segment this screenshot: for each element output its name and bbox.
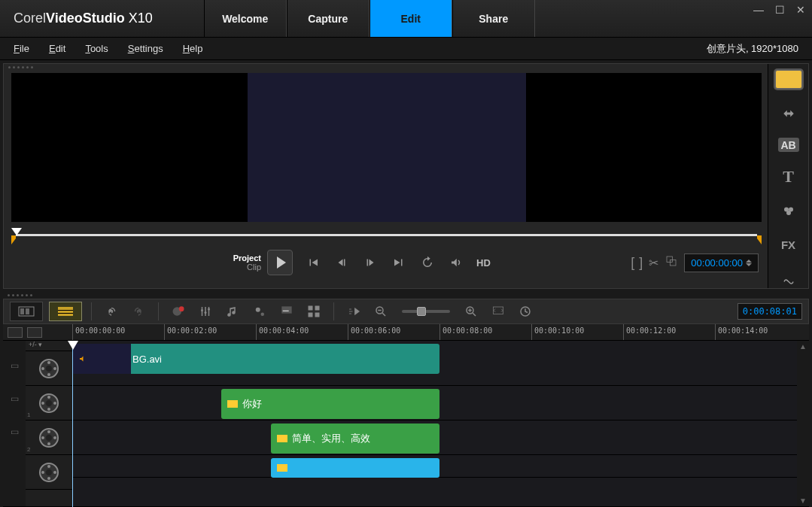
zoom-out-button[interactable] [370, 302, 391, 321]
track-lane-video[interactable]: BG.avi [72, 341, 797, 386]
record-button[interactable] [168, 302, 189, 321]
tab-welcome[interactable]: Welcome [204, 0, 287, 37]
speaker-icon [78, 354, 87, 363]
titlebar: CorelVideoStudio X10 Welcome Capture Edi… [0, 0, 812, 38]
menu-tools[interactable]: Tools [85, 43, 108, 54]
preview-monitor[interactable] [11, 73, 762, 222]
go-start-button[interactable] [305, 254, 321, 271]
track-visibility-column: ▭ ▭ ▭ [3, 341, 26, 506]
library-title-ab-icon[interactable]: AB [778, 138, 799, 151]
preview-transport: Project Clip HD [ ] ✂ 00:00:00:00 [11, 246, 762, 279]
track-head-overlay-2[interactable]: 2 [26, 420, 72, 455]
subtitle-button[interactable] [276, 302, 297, 321]
clip-label: 简单、实用、高效 [292, 432, 370, 445]
snapshot-button[interactable] [665, 254, 678, 271]
next-frame-button[interactable] [362, 254, 379, 271]
track-options-toggle[interactable]: +/- ▾ [26, 341, 72, 351]
multicam-button[interactable] [303, 302, 324, 321]
preview-scrubber[interactable] [11, 228, 762, 241]
track-vis-2[interactable]: ▭ [8, 393, 21, 404]
vertical-scrollbar[interactable]: ▲ ▼ [797, 341, 809, 506]
title-badge-icon [277, 464, 287, 472]
track-lane-1[interactable]: 你好 [72, 386, 797, 420]
library-path-icon[interactable] [775, 269, 802, 288]
product-text: VideoStudio [46, 11, 125, 26]
mode-project-label[interactable]: Project [11, 254, 261, 263]
library-graphics-icon[interactable] [775, 202, 802, 220]
preview-panel: AB T FX Project Clip HD [ ] [3, 63, 809, 289]
mark-out-icon[interactable] [757, 238, 762, 244]
hd-button[interactable]: HD [476, 254, 491, 271]
tab-share[interactable]: Share [452, 0, 535, 37]
reel-icon [39, 428, 59, 448]
ruler-toggle-1[interactable] [8, 327, 23, 338]
motion-tracking-button[interactable] [249, 302, 270, 321]
zoom-in-button[interactable] [461, 302, 482, 321]
track-lane-3[interactable] [72, 455, 797, 478]
timeline-playhead[interactable] [72, 341, 73, 507]
clip-title-2[interactable]: 简单、实用、高效 [271, 424, 439, 454]
timeline-ruler[interactable]: 00:00:00:0000:00:02:0000:00:04:0000:00:0… [72, 324, 809, 340]
maximize-icon[interactable]: ☐ [774, 5, 785, 15]
storyboard-view-button[interactable] [10, 302, 43, 321]
clip-title-1[interactable]: 你好 [221, 389, 439, 419]
scroll-up-icon[interactable]: ▲ [799, 341, 807, 352]
track-head-video[interactable] [26, 351, 72, 386]
speed-button[interactable] [343, 302, 364, 321]
clip-label: 你好 [242, 397, 262, 411]
mark-in-icon[interactable] [11, 238, 16, 244]
menu-help[interactable]: Help [183, 43, 203, 54]
tab-capture[interactable]: Capture [287, 0, 370, 37]
track-vis-1[interactable]: ▭ [8, 360, 21, 371]
mark-in-button[interactable]: [ [631, 255, 634, 271]
scroll-down-icon[interactable]: ▼ [799, 495, 807, 506]
clip-title-3[interactable] [271, 458, 439, 478]
volume-button[interactable] [448, 254, 464, 271]
library-transitions-icon[interactable] [775, 104, 802, 123]
tab-edit[interactable]: Edit [370, 0, 452, 37]
play-button[interactable] [267, 250, 293, 275]
track-lane-2[interactable]: 简单、实用、高效 [72, 420, 797, 455]
menu-edit[interactable]: Edit [49, 43, 65, 54]
clip-video[interactable]: BG.avi [72, 344, 439, 374]
undo-button[interactable] [101, 302, 122, 321]
auto-music-button[interactable] [222, 302, 243, 321]
go-end-button[interactable] [391, 254, 407, 271]
library-text-icon[interactable]: T [775, 167, 802, 187]
ruler-toggle-2[interactable] [27, 327, 42, 338]
repeat-button[interactable] [419, 254, 436, 271]
preview-timecode[interactable]: 00:00:00:00 [684, 254, 759, 272]
track-head-overlay-1[interactable]: 1 [26, 386, 72, 420]
reel-icon [39, 463, 59, 482]
redo-button[interactable] [128, 302, 149, 321]
library-fx-icon[interactable]: FX [775, 235, 802, 254]
library-media-icon[interactable] [775, 70, 802, 89]
tc-down-icon[interactable] [746, 263, 752, 266]
track-vis-3[interactable]: ▭ [8, 427, 21, 437]
prev-frame-button[interactable] [333, 254, 350, 271]
close-icon[interactable]: ✕ [795, 5, 806, 15]
svg-rect-19 [283, 311, 289, 311]
timeline-duration[interactable]: 0:00:08:01 [737, 303, 802, 320]
scrubber-playhead-icon[interactable] [11, 228, 22, 235]
menu-settings[interactable]: Settings [128, 43, 163, 54]
audio-mixer-button[interactable] [195, 302, 216, 321]
tracks-area: ▭ ▭ ▭ +/- ▾ 1 2 BG.avi 你好 [3, 341, 809, 506]
reel-icon [39, 393, 59, 413]
zoom-slider[interactable] [402, 310, 450, 313]
menu-file[interactable]: File [14, 43, 29, 54]
timeline-view-button[interactable] [49, 302, 82, 321]
reel-icon [39, 359, 59, 378]
mode-clip-label[interactable]: Clip [11, 263, 261, 272]
track-lanes[interactable]: BG.avi 你好 简单、实用、高效 [72, 341, 797, 506]
timeline-toolbar: 0:00:08:01 [3, 299, 809, 324]
tc-up-icon[interactable] [746, 260, 752, 263]
svg-rect-22 [309, 313, 313, 317]
split-clip-button[interactable]: ✂ [649, 256, 658, 270]
track-head-overlay-3[interactable] [26, 455, 72, 490]
mark-out-button[interactable]: ] [639, 255, 643, 271]
minimize-icon[interactable]: — [753, 5, 764, 15]
fit-project-button[interactable] [488, 302, 509, 321]
project-duration-button[interactable] [515, 302, 536, 321]
timeline-ruler-row: 00:00:00:0000:00:02:0000:00:04:0000:00:0… [3, 324, 809, 341]
